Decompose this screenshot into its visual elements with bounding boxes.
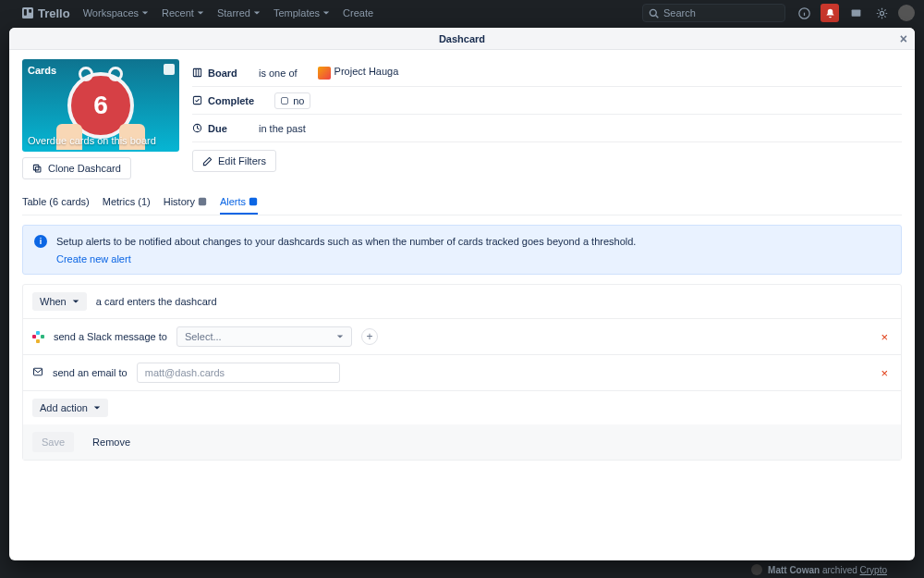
pencil-icon <box>202 156 213 166</box>
tab-metrics[interactable]: Metrics (1) <box>103 191 151 215</box>
tab-alerts[interactable]: Alerts <box>220 191 258 215</box>
mail-icon <box>32 366 43 379</box>
nav-workspaces[interactable]: Workspaces <box>83 7 149 18</box>
remove-email-action[interactable]: × <box>877 366 892 380</box>
slack-icon <box>32 331 44 343</box>
power-up-icon <box>198 197 207 206</box>
cover-icon <box>164 64 175 75</box>
close-icon[interactable]: × <box>900 31 907 46</box>
filter-board-row: Board is one of Project Hauga <box>192 59 902 87</box>
info-icon[interactable] <box>795 4 813 22</box>
config-footer: Save Remove <box>23 424 901 460</box>
trello-logo[interactable]: Trello <box>22 6 70 20</box>
dashcard-modal: Dashcard × Cards 6 Overdue cards on this… <box>9 28 915 560</box>
slack-label: send a Slack message to <box>54 331 167 342</box>
nav-create[interactable]: Create <box>343 7 373 18</box>
filter-complete-row: Complete no <box>192 87 902 115</box>
feed-avatar <box>751 564 762 575</box>
add-action-dropdown[interactable]: Add action <box>32 399 108 417</box>
modal-header: Dashcard × <box>9 28 915 50</box>
theme-icon[interactable] <box>846 4 865 22</box>
filter-due-row: Due in the past <box>192 115 902 142</box>
alerts-info-banner: i Setup alerts to be notified about chan… <box>22 225 902 275</box>
notifications-icon[interactable] <box>821 4 839 22</box>
copy-icon <box>32 164 43 174</box>
tab-table[interactable]: Table (6 cards) <box>22 191 90 215</box>
svg-point-15 <box>880 11 883 15</box>
svg-rect-23 <box>34 368 43 375</box>
svg-rect-9 <box>22 7 33 18</box>
project-icon <box>318 67 331 80</box>
dashcard-preview[interactable]: Cards 6 Overdue cards on this board <box>22 59 179 152</box>
board-icon <box>192 68 202 78</box>
svg-rect-22 <box>249 198 257 205</box>
chevron-down-icon <box>72 298 79 305</box>
svg-rect-10 <box>24 9 27 16</box>
user-avatar[interactable] <box>898 5 915 21</box>
remove-slack-action[interactable]: × <box>877 330 892 344</box>
background-activity: Matt Cowan archived Crypto <box>0 561 924 578</box>
complete-value-chip[interactable]: no <box>274 92 310 109</box>
email-input[interactable] <box>137 363 340 383</box>
checkbox-icon <box>192 95 202 105</box>
board-relation: is one of <box>259 68 298 79</box>
search-placeholder: Search <box>663 7 696 18</box>
svg-rect-14 <box>851 9 860 16</box>
preview-badge: Cards <box>28 65 56 76</box>
preview-title: Overdue cards on this board <box>28 135 174 146</box>
when-dropdown[interactable]: When <box>32 292 87 311</box>
svg-rect-21 <box>199 198 206 205</box>
search-icon <box>649 8 659 18</box>
svg-rect-11 <box>29 9 31 13</box>
trigger-row: When a card enters the dashcard <box>23 285 901 319</box>
tabs: Table (6 cards) Metrics (1) History Aler… <box>22 191 902 215</box>
brand-text: Trello <box>38 6 70 20</box>
search-input[interactable]: Search <box>642 4 785 22</box>
power-up-icon <box>249 197 258 206</box>
remove-button[interactable]: Remove <box>83 432 140 452</box>
nav-starred[interactable]: Starred <box>217 7 261 18</box>
trello-top-nav: Trello Workspaces Recent Starred Templat… <box>0 0 924 26</box>
banner-text: Setup alerts to be notified about change… <box>56 236 636 247</box>
email-action-row: send an email to × <box>23 355 901 391</box>
svg-point-12 <box>650 9 656 16</box>
svg-rect-16 <box>35 166 41 172</box>
chevron-down-icon <box>93 404 101 412</box>
due-value: in the past <box>259 123 306 134</box>
tab-history[interactable]: History <box>164 191 207 215</box>
board-project[interactable]: Project Hauga <box>318 66 399 79</box>
chevron-down-icon <box>336 333 344 340</box>
nav-templates[interactable]: Templates <box>274 7 330 18</box>
alert-config: When a card enters the dashcard send a S… <box>22 284 902 461</box>
svg-rect-18 <box>193 68 201 76</box>
settings-icon[interactable] <box>872 4 891 22</box>
nav-recent[interactable]: Recent <box>162 7 204 18</box>
save-button[interactable]: Save <box>32 432 74 452</box>
edit-filters-button[interactable]: Edit Filters <box>192 150 276 172</box>
info-icon: i <box>34 235 47 248</box>
slack-action-row: send a Slack message to Select... + × <box>23 319 901 355</box>
create-alert-link[interactable]: Create new alert <box>56 253 131 264</box>
clock-icon <box>192 123 202 133</box>
slack-channel-select[interactable]: Select... <box>176 326 352 347</box>
clone-dashcard-button[interactable]: Clone Dashcard <box>22 157 131 179</box>
modal-title: Dashcard <box>439 33 485 44</box>
add-slack-button[interactable]: + <box>361 328 378 345</box>
trigger-text: a card enters the dashcard <box>96 296 217 307</box>
svg-rect-17 <box>33 165 39 170</box>
email-label: send an email to <box>53 367 128 378</box>
add-action-row: Add action <box>23 391 901 424</box>
